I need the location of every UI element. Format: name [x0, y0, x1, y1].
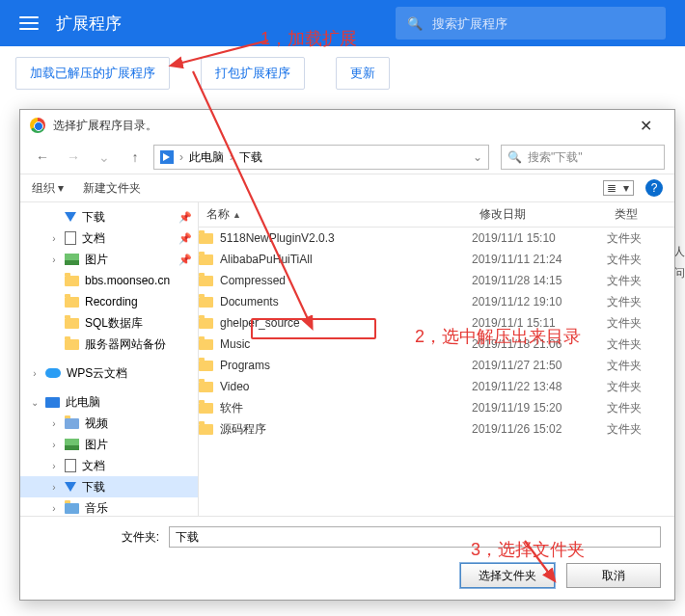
tree-recording[interactable]: Recording: [20, 291, 198, 312]
file-row[interactable]: ghelper_source2019/11/1 15:11文件夹: [199, 312, 674, 334]
folder-icon: [199, 254, 213, 265]
file-type: 文件夹: [607, 294, 674, 310]
dialog-footer: 文件夹: 选择文件夹 取消: [20, 516, 674, 600]
tree-music[interactable]: ›音乐: [20, 497, 198, 516]
organize-menu[interactable]: 组织 ▾: [32, 180, 64, 197]
file-row[interactable]: Documents2019/11/12 19:10文件夹: [199, 291, 674, 312]
chrome-header: 扩展程序 🔍: [0, 0, 685, 46]
help-icon[interactable]: ?: [645, 179, 663, 197]
dialog-title: 选择扩展程序目录。: [53, 118, 157, 134]
chevron-right-icon: ›: [230, 150, 233, 164]
file-name: Programs: [220, 359, 270, 372]
tree-bbs[interactable]: bbs.moonseo.cn: [20, 270, 198, 291]
folder-icon: [199, 297, 213, 308]
column-header[interactable]: 名称▲ 修改日期 类型: [199, 202, 674, 228]
file-date: 2019/11/22 13:48: [472, 380, 607, 393]
file-date: 2019/11/1 15:10: [472, 231, 607, 245]
tree-documents2[interactable]: ›文档: [20, 455, 198, 476]
tree-documents[interactable]: ›文档📌: [20, 228, 198, 249]
file-name: AlibabaPuHuiTiAll: [220, 253, 313, 266]
file-type: 文件夹: [607, 273, 674, 289]
view-mode-icon[interactable]: ≣▾: [603, 180, 634, 196]
file-row[interactable]: 5118NewPluginV2.0.32019/11/1 15:10文件夹: [199, 228, 674, 249]
nav-back-icon[interactable]: ←: [30, 145, 55, 170]
tree-pictures2[interactable]: ›图片: [20, 434, 198, 455]
file-rows[interactable]: 5118NewPluginV2.0.32019/11/1 15:10文件夹Ali…: [199, 228, 674, 516]
file-type: 文件夹: [607, 315, 674, 332]
dialog-search-placeholder: 搜索"下载": [528, 149, 583, 166]
file-date: 2019/11/11 21:24: [472, 253, 607, 266]
file-name: 软件: [220, 400, 243, 416]
address-bar[interactable]: › 此电脑 › 下载 ⌄: [153, 145, 489, 170]
file-type: 文件夹: [607, 252, 674, 268]
file-row[interactable]: Video2019/11/22 13:48文件夹: [199, 376, 674, 397]
tree-sqldb[interactable]: SQL数据库: [20, 312, 198, 334]
load-unpacked-button[interactable]: 加载已解压的扩展程序: [15, 57, 170, 90]
file-date: 2019/11/27 21:50: [472, 359, 607, 372]
file-date: 2019/11/18 21:06: [472, 337, 607, 351]
close-icon[interactable]: ✕: [626, 117, 665, 135]
breadcrumb-root[interactable]: 此电脑: [189, 149, 224, 166]
cancel-button[interactable]: 取消: [566, 563, 661, 588]
update-button[interactable]: 更新: [336, 57, 390, 90]
file-date: 2019/11/12 19:10: [472, 295, 607, 308]
tree-this-pc[interactable]: ⌄此电脑: [20, 391, 198, 413]
tree-videos[interactable]: ›视频: [20, 413, 198, 434]
search-icon: 🔍: [407, 16, 423, 31]
folder-icon: [199, 382, 213, 392]
file-row[interactable]: Compressed2019/11/28 14:15文件夹: [199, 270, 674, 291]
pack-extension-button[interactable]: 打包扩展程序: [201, 57, 305, 90]
dialog-toolbar: 组织 ▾ 新建文件夹 ≣▾ ?: [20, 174, 674, 202]
nav-recent-icon[interactable]: ⌄: [92, 145, 117, 170]
file-type: 文件夹: [607, 400, 674, 416]
select-folder-button[interactable]: 选择文件夹: [460, 563, 555, 588]
folder-input[interactable]: [169, 526, 661, 548]
tree-downloads[interactable]: 下载📌: [20, 206, 198, 228]
folder-icon: [199, 233, 213, 244]
search-input[interactable]: [432, 16, 654, 31]
folder-icon: [199, 403, 213, 414]
tree-pictures[interactable]: ›图片📌: [20, 249, 198, 270]
chevron-right-icon: ›: [179, 150, 183, 164]
file-name: ghelper_source: [220, 316, 300, 330]
downloads-glyph-icon: [160, 150, 174, 164]
tree-wps[interactable]: ›WPS云文档: [20, 362, 198, 384]
folder-icon: [199, 318, 213, 329]
file-row[interactable]: 软件2019/11/19 15:20文件夹: [199, 397, 674, 418]
chevron-down-icon[interactable]: ⌄: [473, 150, 482, 164]
nav-up-icon[interactable]: ↑: [123, 145, 148, 170]
tree-downloads2[interactable]: ›下载: [20, 476, 198, 497]
file-name: Video: [220, 380, 249, 393]
file-name: Compressed: [220, 274, 286, 287]
file-type: 文件夹: [607, 358, 674, 374]
search-box[interactable]: 🔍: [396, 7, 666, 40]
folder-icon: [199, 424, 213, 435]
chrome-logo-icon: [30, 118, 45, 133]
folder-label: 文件夹:: [34, 529, 159, 546]
file-row[interactable]: Music2019/11/18 21:06文件夹: [199, 334, 674, 355]
file-date: 2019/11/28 14:15: [472, 274, 607, 287]
file-name: 源码程序: [220, 421, 266, 438]
breadcrumb-folder[interactable]: 下载: [239, 149, 262, 166]
nav-forward-icon[interactable]: →: [61, 145, 86, 170]
dialog-search[interactable]: 🔍 搜索"下载": [501, 145, 665, 170]
file-row[interactable]: 源码程序2019/11/26 15:02文件夹: [199, 418, 674, 440]
folder-icon: [199, 339, 213, 350]
folder-icon: [199, 361, 213, 371]
folder-icon: [199, 276, 213, 286]
pin-icon: 📌: [178, 211, 192, 224]
folder-tree[interactable]: 下载📌 ›文档📌 ›图片📌 bbs.moonseo.cn Recording S…: [20, 202, 199, 516]
new-folder-button[interactable]: 新建文件夹: [83, 180, 141, 197]
tree-server-backup[interactable]: 服务器网站备份: [20, 334, 198, 355]
file-date: 2019/11/19 15:20: [472, 401, 607, 415]
file-type: 文件夹: [607, 336, 674, 353]
action-row: 加载已解压的扩展程序 打包扩展程序 更新: [0, 46, 685, 100]
search-icon: 🔍: [507, 150, 522, 164]
file-type: 文件夹: [607, 379, 674, 395]
menu-icon[interactable]: [19, 16, 39, 30]
file-row[interactable]: AlibabaPuHuiTiAll2019/11/11 21:24文件夹: [199, 249, 674, 270]
file-type: 文件夹: [607, 421, 674, 438]
pin-icon: 📌: [178, 254, 192, 266]
dialog-body: 下载📌 ›文档📌 ›图片📌 bbs.moonseo.cn Recording S…: [20, 202, 674, 516]
file-row[interactable]: Programs2019/11/27 21:50文件夹: [199, 355, 674, 376]
